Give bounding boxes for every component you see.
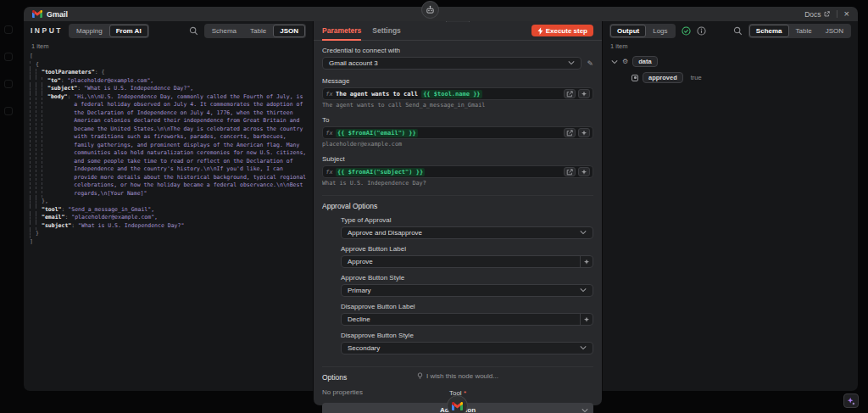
expression-text: The agent wants to call [336, 91, 421, 98]
json-punct: { [36, 61, 39, 70]
type-of-approval-select[interactable]: Approve and Disapprove [341, 226, 593, 239]
gmail-node-circle[interactable] [447, 395, 468, 413]
tab-parameters[interactable]: Parameters [322, 21, 361, 41]
ai-sparkle-icon[interactable] [578, 89, 590, 98]
input-tab-mapping[interactable]: Mapping [70, 25, 109, 37]
output-view-schema[interactable]: Schema [749, 25, 789, 37]
json-colon: : [67, 93, 74, 198]
header-divider [837, 10, 837, 18]
json-value: "placeholder@example.com", [71, 214, 307, 222]
output-schema-tree: ⚙dataapprovedtrue [603, 56, 858, 83]
indent-guide [30, 198, 36, 206]
ai-sparkle-icon[interactable] [578, 128, 590, 137]
json-key: "email" [42, 214, 64, 222]
json-line: }, [30, 198, 307, 206]
subject-expression-input[interactable]: fx{{ $fromAI("subject") }} [322, 165, 593, 178]
node-title: Gmail [47, 10, 68, 19]
json-line-content: }, [42, 198, 307, 206]
approve-button-style-label: Approve Button Style [341, 274, 593, 282]
json-line: "body": "Hi,\n\nU.S. Independence Day, c… [30, 93, 307, 198]
json-line: { [30, 61, 307, 70]
search-icon[interactable] [189, 26, 198, 36]
input-tab-from-ai[interactable]: From AI [109, 25, 148, 37]
schema-key-pill[interactable]: approved [643, 72, 683, 83]
disapprove-button-label-label: Disapprove Button Label [341, 303, 593, 310]
chevron-down-icon [581, 407, 588, 413]
field-label: To [322, 116, 593, 124]
json-line-content: "subject": "What is U.S. Independence Da… [42, 222, 307, 231]
expression-preview: The agent wants to call Send_a_message_i… [322, 102, 593, 109]
open-expression-editor-icon[interactable] [564, 167, 576, 176]
output-view-json[interactable]: JSON [819, 25, 850, 37]
indent-guide [30, 93, 36, 198]
json-value: "Hi,\n\nU.S. Independence Day, commonly … [74, 93, 307, 198]
ai-assistant-button[interactable] [843, 393, 859, 408]
indent-guide [36, 93, 42, 198]
input-value: Decline [342, 315, 580, 323]
disapprove-button-label-input[interactable]: Decline [341, 313, 593, 326]
boolean-type-icon [632, 75, 638, 81]
to-expression-input[interactable]: fx{{ $fromAI("email") }} [322, 126, 593, 139]
json-punct: { [101, 69, 104, 77]
open-expression-editor-icon[interactable] [564, 128, 576, 137]
input-view-table[interactable]: Table [243, 25, 273, 37]
execute-step-button[interactable]: Execute step [531, 25, 593, 36]
json-line: "toolParameters": { [30, 69, 307, 77]
background-sidebar-icon [4, 107, 13, 115]
info-icon[interactable] [697, 26, 706, 36]
schema-key-pill[interactable]: data [632, 56, 657, 67]
json-colon: : [77, 85, 84, 93]
ai-sparkle-icon[interactable] [580, 256, 593, 267]
json-line: "subject": "What is U.S. Independence Da… [30, 85, 307, 93]
output-tab-output[interactable]: Output [610, 25, 646, 37]
ai-sparkle-icon[interactable] [580, 314, 593, 325]
message-expression-input[interactable]: fxThe agent wants to call {{ $tool.name … [322, 87, 593, 100]
indent-guide [36, 77, 42, 86]
json-line: "email": "placeholder@example.com", [30, 214, 307, 222]
indent-guide [36, 69, 42, 77]
json-line: ] [30, 238, 307, 247]
schema-value: true [691, 74, 702, 81]
output-mode-tab-group: OutputLogs [609, 24, 676, 38]
agent-node-bubble[interactable] [421, 1, 439, 19]
disapprove-button-style-select[interactable]: Secondary [341, 342, 593, 354]
approve-button-style-select[interactable]: Primary [341, 284, 593, 297]
docs-link[interactable]: Docs [804, 10, 829, 19]
disapprove-button-style-label: Disapprove Button Style [341, 332, 593, 339]
close-icon[interactable]: × [844, 9, 849, 19]
ai-sparkle-icon[interactable] [578, 167, 590, 176]
input-view-json[interactable]: JSON [273, 25, 305, 37]
input-view-schema[interactable]: Schema [205, 25, 243, 37]
credential-label: Credential to connect with [322, 47, 593, 54]
expression-buttons [564, 128, 593, 137]
approve-button-label-input[interactable]: Approve [341, 255, 593, 268]
json-line-content: [ [30, 53, 307, 61]
output-view-table[interactable]: Table [789, 25, 819, 37]
schema-row-data: ⚙data [611, 56, 854, 67]
approve-button-label-label: Approve Button Label [341, 245, 593, 253]
lightning-icon [537, 27, 543, 35]
open-expression-editor-icon[interactable] [564, 89, 576, 98]
search-icon[interactable] [733, 26, 743, 36]
tab-settings[interactable]: Settings [372, 21, 401, 41]
json-line-content: } [36, 230, 307, 238]
parameters-tabbar: Parameters Settings Execute step [314, 21, 602, 41]
wish-link[interactable]: I wish this node would... [314, 372, 602, 380]
field-group-subject: Subjectfx{{ $fromAI("subject") }}What is… [322, 155, 593, 187]
json-value: "Send_a_message_in_Gmail", [68, 206, 307, 215]
indent-guide [42, 77, 47, 86]
approval-options-title: Approval Options [322, 195, 593, 210]
background-sidebar-icon [4, 25, 13, 34]
tree-collapse-icon[interactable] [611, 59, 618, 64]
indent-guide [30, 206, 36, 215]
json-punct: } [36, 230, 39, 238]
json-line-content: "toolParameters": { [42, 69, 307, 77]
indent-guide [36, 222, 42, 231]
robot-icon [426, 5, 435, 14]
credential-select[interactable]: Gmail account 3 [322, 57, 581, 70]
chevron-down-icon [568, 59, 575, 67]
json-punct: [ [30, 53, 33, 61]
json-colon: : [64, 214, 71, 222]
output-tab-logs[interactable]: Logs [646, 25, 674, 37]
edit-credential-icon[interactable]: ✎ [587, 59, 593, 68]
